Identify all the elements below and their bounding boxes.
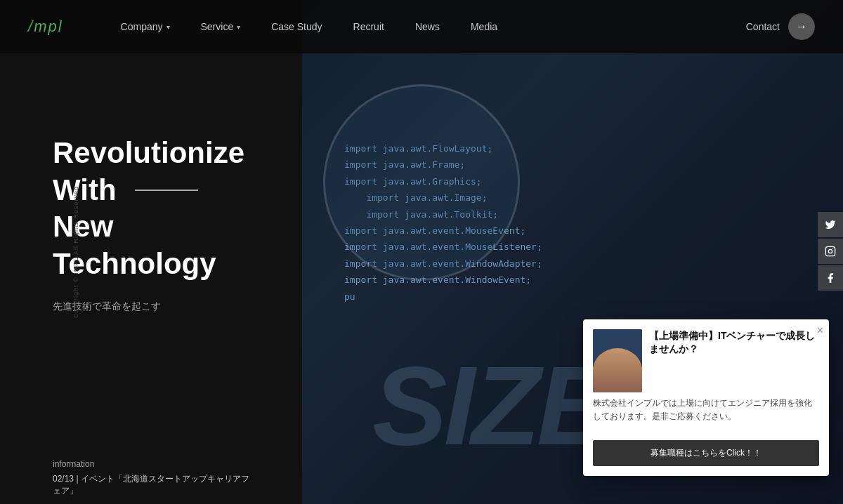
popup-card: 【上場準備中】ITベンチャーで成長しませんか？ × 株式会社インプルでは上場に向… xyxy=(583,319,829,476)
popup-image xyxy=(593,329,642,392)
contact-arrow-button[interactable]: → xyxy=(788,13,815,40)
navbar: /mpl Company ▾ Service ▾ Case Study Recr… xyxy=(0,0,843,53)
svg-rect-0 xyxy=(825,246,835,256)
nav-item-service[interactable]: Service ▾ xyxy=(185,0,256,53)
site-logo[interactable]: /mpl xyxy=(28,18,63,36)
chevron-down-icon: ▾ xyxy=(166,23,170,31)
watermark-text: SIZE xyxy=(372,350,608,462)
chevron-down-icon: ▾ xyxy=(237,23,240,31)
hero-title: Revolutionize With New Technology xyxy=(53,135,267,282)
hero-title-line1: Revolutionize xyxy=(53,135,267,172)
copyright-text: Copyright © IMPL All Rights Reserved xyxy=(72,186,79,318)
nav-links: Company ▾ Service ▾ Case Study Recruit N… xyxy=(105,0,746,53)
twitter-icon[interactable] xyxy=(818,212,843,237)
magnifier-decoration xyxy=(323,84,520,281)
popup-text-area: 【上場準備中】ITベンチャーで成長しませんか？ xyxy=(649,329,819,357)
nav-item-company[interactable]: Company ▾ xyxy=(105,0,185,53)
nav-item-casestudy[interactable]: Case Study xyxy=(256,0,337,53)
info-news-item: 02/13 | イベント「北海道スタートアップキャリアフェア」 xyxy=(53,473,249,497)
news-date: 02/13 xyxy=(53,474,74,484)
svg-point-2 xyxy=(832,248,833,249)
popup-description: 株式会社インプルでは上場に向けてエンジニア採用を強化しております。是非ご応募くだ… xyxy=(593,397,819,423)
logo-accent: / xyxy=(28,18,34,35)
instagram-icon[interactable] xyxy=(818,239,843,264)
popup-close-button[interactable]: × xyxy=(817,325,823,336)
popup-cta-button[interactable]: 募集職種はこちらをClick！！ xyxy=(593,440,819,466)
nav-item-recruit[interactable]: Recruit xyxy=(338,0,400,53)
hero-subtitle: 先進技術で革命を起こす xyxy=(53,300,267,313)
svg-point-1 xyxy=(828,249,832,253)
popup-header: 【上場準備中】ITベンチャーで成長しませんか？ × xyxy=(583,319,829,392)
news-text[interactable]: イベント「北海道スタートアップキャリアフェア」 xyxy=(53,474,249,496)
info-label: information xyxy=(53,459,249,469)
nav-item-news[interactable]: News xyxy=(400,0,455,53)
hero-divider-line xyxy=(135,190,198,191)
contact-label[interactable]: Contact xyxy=(746,21,780,32)
hero-left-panel: Revolutionize With New Technology 先進技術で革… xyxy=(0,0,302,504)
logo-text: mpl xyxy=(34,18,63,35)
nav-item-media[interactable]: Media xyxy=(455,0,513,53)
social-bar xyxy=(818,212,843,292)
popup-body: 株式会社インプルでは上場に向けてエンジニア採用を強化しております。是非ご応募くだ… xyxy=(583,392,829,433)
facebook-icon[interactable] xyxy=(818,265,843,291)
hero-title-line2: With xyxy=(53,172,267,209)
hero-title-line3: New Technology xyxy=(53,208,267,282)
popup-title: 【上場準備中】ITベンチャーで成長しませんか？ xyxy=(649,329,819,357)
info-bar: information 02/13 | イベント「北海道スタートアップキャリアフ… xyxy=(0,448,302,504)
nav-contact-area: Contact → xyxy=(746,13,815,40)
